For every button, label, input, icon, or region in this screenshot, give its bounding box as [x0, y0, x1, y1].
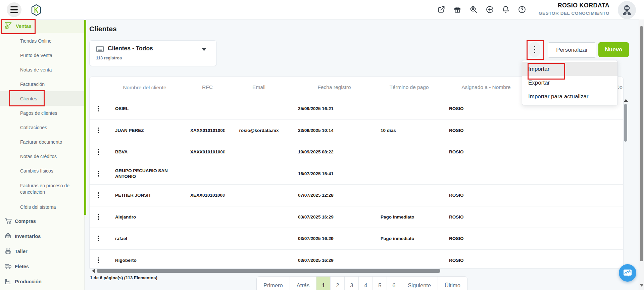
table-vertical-scrollbar[interactable]: [624, 104, 627, 142]
kordata-logo-icon[interactable]: [31, 4, 42, 16]
pagination-bar: PrimeroAtrás123456SiguienteÚltimo: [256, 276, 467, 290]
column-header-fecha-registro[interactable]: Fecha registro: [293, 84, 370, 90]
cell-rfc: XAXX010101000: [174, 128, 225, 133]
page-button-6[interactable]: 6: [387, 277, 401, 290]
page-button-3[interactable]: 3: [344, 277, 358, 290]
table-actions-kebab-button[interactable]: [529, 42, 540, 57]
table-scroll-left-arrow[interactable]: [92, 269, 95, 273]
cell-fecha: 23/09/2025 10:14: [293, 128, 370, 133]
page-button-atras[interactable]: Atrás: [290, 277, 316, 290]
sidebar: $ Ventas Tiendas OnlinePunto de VentaNot…: [0, 19, 85, 290]
cart-icon: [4, 217, 12, 225]
list-view-icon: [96, 45, 104, 54]
row-kebab-icon[interactable]: [96, 104, 101, 113]
topbar-icon-group: [436, 4, 527, 14]
truck-icon: [4, 262, 12, 271]
page-button-5[interactable]: 5: [373, 277, 387, 290]
column-header-termino-de-pago[interactable]: Término de pago: [370, 84, 438, 90]
sidebar-item-pagos-de-clientes[interactable]: Pagos de clientes: [0, 106, 84, 120]
cell-asignado: ROSIO: [438, 214, 523, 220]
page-button-primero[interactable]: Primero: [257, 277, 290, 290]
cell-fecha: 07/07/2025 12:28: [293, 193, 370, 198]
user-block[interactable]: ROSIO KORDATA GESTOR DEL CONOCIMIENTO: [539, 2, 609, 16]
user-role: GESTOR DEL CONOCIMIENTO: [539, 11, 609, 16]
chevron-down-icon[interactable]: [202, 48, 206, 51]
page-button-1[interactable]: 1: [316, 277, 330, 290]
table-row[interactable]: Rigoberto03/07/2025 16:29ROSIO: [90, 249, 623, 269]
table-row[interactable]: PETHER JONSHXEXX01010100007/07/2025 12:2…: [90, 184, 623, 206]
page-button-siguiente[interactable]: Siguiente: [401, 277, 438, 290]
cell-email: rosio@kordata.mx: [225, 128, 293, 133]
page-scrollbar-track[interactable]: [639, 19, 644, 290]
chat-widget-button[interactable]: [619, 264, 636, 282]
row-kebab-icon[interactable]: [96, 234, 101, 243]
new-button[interactable]: Nuevo: [598, 42, 629, 57]
page-scroll-down-arrow[interactable]: [640, 284, 644, 287]
sidebar-item-notas-de-creditos[interactable]: Notas de créditos: [0, 149, 84, 163]
page-scrollbar-thumb[interactable]: [640, 26, 643, 261]
table-horizontal-scrollbar[interactable]: [97, 269, 440, 273]
sidebar-item-facturas-en-proceso-de-cancelacion[interactable]: Facturas en proceso de cancelación: [0, 178, 84, 200]
menu-item-importar[interactable]: Importar: [522, 62, 617, 76]
row-kebab-icon[interactable]: [96, 147, 101, 157]
help-icon[interactable]: [517, 4, 527, 14]
boxes-icon: [4, 232, 12, 240]
table-row[interactable]: Alejandro03/07/2025 16:29Pago inmediatoR…: [90, 206, 623, 228]
sidebar-item-tiendas-online[interactable]: Tiendas Online: [0, 34, 84, 48]
cell-asignado: ROSIO: [438, 128, 523, 133]
gift-icon[interactable]: [452, 4, 462, 14]
cell-nombre: rafael: [107, 236, 174, 241]
sidebar-item-cotizaciones[interactable]: Cotizaciones: [0, 120, 84, 135]
bell-icon[interactable]: [501, 4, 511, 14]
sidebar-item-facturacion[interactable]: Facturación: [0, 77, 84, 91]
sidebar-item-ventas[interactable]: $ Ventas: [0, 19, 84, 33]
table-row[interactable]: GRUPO PECUARIO SAN ANTONIO16/07/2025 15:…: [90, 163, 623, 185]
table-row[interactable]: BBVAXAXX01010100019/09/2025 08:22ROSIO: [90, 141, 623, 163]
hamburger-menu-button[interactable]: [7, 2, 21, 17]
row-kebab-icon[interactable]: [96, 169, 101, 179]
column-header-nombre-del-cliente[interactable]: Nombre del cliente: [107, 85, 174, 90]
menu-item-exportar[interactable]: Exportar: [522, 76, 617, 90]
column-header-asignado-a-nombre[interactable]: Asignado a - Nombre: [438, 84, 523, 90]
sidebar-item-label: Producción: [15, 279, 42, 284]
column-header-rfc[interactable]: RFC: [174, 84, 225, 90]
add-circle-icon[interactable]: [485, 4, 495, 14]
page-button-4[interactable]: 4: [358, 277, 373, 290]
search-scan-icon[interactable]: [468, 4, 479, 14]
cell-fecha: 19/09/2025 08:22: [293, 149, 370, 154]
sidebar-item-notas-de-venta[interactable]: Notas de venta: [0, 62, 84, 77]
sidebar-item-inventarios[interactable]: Inventarios: [0, 229, 84, 244]
cell-rfc: XAXX010101000: [174, 149, 225, 154]
sidebar-item-fletes[interactable]: Fletes: [0, 259, 84, 274]
sidebar-item-compras[interactable]: Compras: [0, 213, 84, 229]
row-kebab-icon[interactable]: [96, 255, 101, 265]
cell-asignado: ROSIO: [438, 149, 523, 154]
cell-fecha: 03/07/2025 16:29: [293, 214, 370, 220]
page-button-2[interactable]: 2: [330, 277, 344, 290]
sidebar-item-clientes[interactable]: Clientes: [0, 91, 84, 106]
cell-nombre: BBVA: [107, 149, 174, 155]
view-selector[interactable]: Clientes - Todos 113 registros: [89, 40, 217, 66]
table-scroll-up-arrow[interactable]: [624, 99, 628, 102]
sidebar-item-label: Inventarios: [15, 234, 41, 239]
sidebar-item-cambios-fisicos[interactable]: Cambios físicos: [0, 163, 84, 178]
sidebar-item-taller[interactable]: Taller: [0, 244, 84, 259]
external-link-icon[interactable]: [436, 4, 446, 14]
sidebar-item-produccion[interactable]: Producción: [0, 274, 84, 289]
sidebar-item-facturar-documento[interactable]: Facturar documento: [0, 135, 84, 149]
row-kebab-icon[interactable]: [96, 190, 101, 200]
actions-context-menu: ImportarExportarImportar para actualizar: [522, 60, 618, 105]
row-kebab-icon[interactable]: [96, 126, 101, 135]
avatar[interactable]: [618, 1, 636, 19]
personalize-button[interactable]: Personalizar: [548, 42, 596, 58]
table-row[interactable]: JUAN PEREZXAXX010101000rosio@kordata.mx2…: [90, 119, 623, 141]
table-row[interactable]: rafael03/07/2025 16:29Pago inmediatoROSI…: [90, 228, 623, 249]
sidebar-item-punto-de-venta[interactable]: Punto de Venta: [0, 48, 84, 62]
row-kebab-icon[interactable]: [96, 212, 101, 222]
page-button-ultimo[interactable]: Último: [438, 277, 467, 290]
menu-item-importar-para-actualizar[interactable]: Importar para actualizar: [522, 90, 617, 103]
cell-asignado: ROSIO: [438, 236, 523, 241]
sidebar-item-cfdis-del-sistema[interactable]: Cfdis del sistema: [0, 200, 84, 214]
view-selector-label: Clientes - Todos: [108, 45, 153, 52]
column-header-email[interactable]: Email: [225, 84, 293, 90]
